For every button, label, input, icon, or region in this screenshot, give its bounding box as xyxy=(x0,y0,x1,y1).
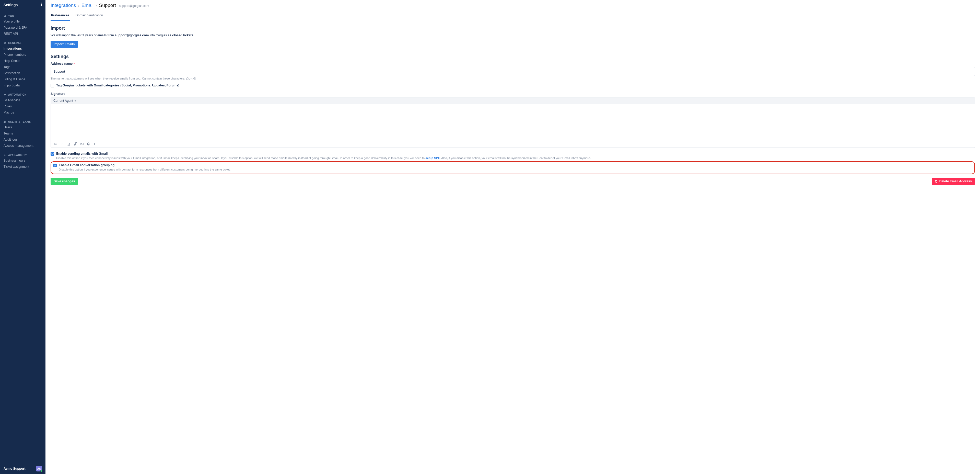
sidebar-item-audit-logs[interactable]: Audit logs xyxy=(0,137,46,143)
svg-point-2 xyxy=(41,5,42,6)
sidebar-item-rules[interactable]: Rules xyxy=(0,103,46,109)
sidebar-section-availability: AVAILABILITY xyxy=(0,152,46,158)
sidebar-item-rest-api[interactable]: REST API xyxy=(0,31,46,37)
tab-domain-verification[interactable]: Domain Verification xyxy=(75,10,104,21)
italic-icon[interactable]: I xyxy=(60,142,64,146)
actions-row: Save changes Delete Email Address xyxy=(51,178,975,185)
sidebar-item-import-data[interactable]: Import data xyxy=(0,82,46,88)
clock-icon xyxy=(3,153,6,156)
sidebar-section-general: GENERAL xyxy=(0,40,46,46)
image-icon[interactable] xyxy=(80,142,84,146)
import-description: We will import the last 2 years of email… xyxy=(51,34,975,37)
setup-spf-link[interactable]: setup SPF xyxy=(425,156,440,160)
sidebar-item-billing-usage[interactable]: Billing & Usage xyxy=(0,76,46,82)
svg-point-1 xyxy=(41,4,42,5)
sidebar-item-password-2fa[interactable]: Password & 2FA xyxy=(0,24,46,31)
breadcrumb: Integrations › Email › Support support@g… xyxy=(46,0,980,10)
enable-group-checkbox[interactable] xyxy=(53,164,57,167)
svg-point-3 xyxy=(5,15,6,16)
signature-editor[interactable] xyxy=(51,104,975,140)
sidebar-more-menu[interactable] xyxy=(41,3,42,7)
variable-icon[interactable] xyxy=(93,142,97,146)
chevron-right-icon: › xyxy=(78,3,79,8)
import-heading: Import xyxy=(51,26,975,31)
main: Integrations › Email › Support support@g… xyxy=(46,0,980,474)
enable-send-gmail-checkbox[interactable] xyxy=(51,152,54,156)
link-icon[interactable] xyxy=(73,142,77,146)
svg-point-4 xyxy=(5,42,6,43)
enable-group-row: Enable Gmail conversation grouping Disab… xyxy=(53,163,972,172)
tag-gmail-checkbox[interactable] xyxy=(51,84,54,88)
enable-send-gmail-row: Enable sending emails with Gmail Disable… xyxy=(51,152,975,160)
tab-preferences[interactable]: Preferences xyxy=(51,10,70,21)
tag-gmail-label: Tag Gorgias tickets with Gmail categorie… xyxy=(56,84,975,87)
enable-send-gmail-help: Disable this option if you face connecti… xyxy=(56,156,975,160)
delete-email-address-button[interactable]: Delete Email Address xyxy=(932,178,975,185)
trash-icon xyxy=(935,180,938,183)
sidebar-item-tags[interactable]: Tags xyxy=(0,64,46,70)
person-icon xyxy=(3,14,6,18)
sidebar-item-business-hours[interactable]: Business hours xyxy=(0,158,46,164)
presence-indicator xyxy=(40,470,42,472)
breadcrumb-current: Support xyxy=(99,3,116,8)
sidebar-item-access-management[interactable]: Access management xyxy=(0,143,46,149)
emoji-icon[interactable] xyxy=(87,142,91,146)
tabs: Preferences Domain Verification xyxy=(46,10,980,21)
content: Import We will import the last 2 years o… xyxy=(46,21,980,474)
address-name-help: The name that customers will see when th… xyxy=(51,77,975,80)
sidebar-section-users-teams: USERS & TEAMS xyxy=(0,119,46,124)
svg-point-6 xyxy=(5,121,6,122)
svg-point-5 xyxy=(4,121,5,122)
avatar[interactable]: AS xyxy=(36,466,42,471)
sidebar-section-automation: AUTOMATION xyxy=(0,92,46,97)
enable-group-label: Enable Gmail conversation grouping xyxy=(59,163,972,167)
org-name: Acme Support xyxy=(3,467,25,471)
sidebar-footer[interactable]: Acme Support AS xyxy=(0,463,46,474)
sidebar-item-macros[interactable]: Macros xyxy=(0,109,46,116)
sidebar-item-help-center[interactable]: Help Center xyxy=(0,58,46,64)
sidebar-title: Settings xyxy=(3,3,18,7)
enable-send-gmail-label: Enable sending emails with Gmail xyxy=(56,152,975,155)
required-asterisk: * xyxy=(73,62,75,65)
import-emails-button[interactable]: Import Emails xyxy=(51,41,78,48)
tag-gmail-checkbox-row: Tag Gorgias tickets with Gmail categorie… xyxy=(51,84,975,88)
breadcrumb-sub-email: support@gorgias.com xyxy=(119,4,149,8)
sidebar-item-ticket-assignment[interactable]: Ticket assignment xyxy=(0,164,46,170)
bolt-icon xyxy=(3,93,6,96)
more-vertical-icon xyxy=(41,3,42,6)
address-name-label: Address name * xyxy=(51,62,975,65)
svg-point-10 xyxy=(88,143,90,145)
signature-label: Signature xyxy=(51,92,975,96)
breadcrumb-integrations[interactable]: Integrations xyxy=(51,3,76,8)
save-changes-button[interactable]: Save changes xyxy=(51,178,78,185)
sidebar-item-satisfaction[interactable]: Satisfaction xyxy=(0,70,46,76)
svg-point-0 xyxy=(41,3,42,3)
gear-icon xyxy=(3,41,6,45)
caret-down-icon xyxy=(75,101,76,102)
breadcrumb-email[interactable]: Email xyxy=(81,3,94,8)
sidebar: Settings YOU Your profile Password & 2FA… xyxy=(0,0,46,474)
signature-agent-dropdown[interactable]: Current Agent xyxy=(51,97,975,104)
sidebar-item-integrations[interactable]: Integrations xyxy=(0,46,46,52)
address-name-input[interactable] xyxy=(51,67,975,76)
sidebar-item-phone-numbers[interactable]: Phone numbers xyxy=(0,52,46,58)
signature-toolbar: B I U xyxy=(51,140,975,147)
chevron-right-icon: › xyxy=(95,3,97,8)
signature-editor-container: Current Agent B I U xyxy=(51,97,975,148)
sidebar-item-users[interactable]: Users xyxy=(0,124,46,130)
enable-group-help: Disable this option if you experience is… xyxy=(59,168,972,172)
sidebar-section-you: YOU xyxy=(0,13,46,18)
sidebar-item-teams[interactable]: Teams xyxy=(0,130,46,137)
sidebar-item-your-profile[interactable]: Your profile xyxy=(0,18,46,24)
settings-heading: Settings xyxy=(51,54,975,59)
people-icon xyxy=(3,120,6,123)
enable-group-highlight: Enable Gmail conversation grouping Disab… xyxy=(51,161,975,174)
bold-icon[interactable]: B xyxy=(53,142,57,146)
sidebar-item-self-service[interactable]: Self-service xyxy=(0,97,46,103)
underline-icon[interactable]: U xyxy=(67,142,71,146)
